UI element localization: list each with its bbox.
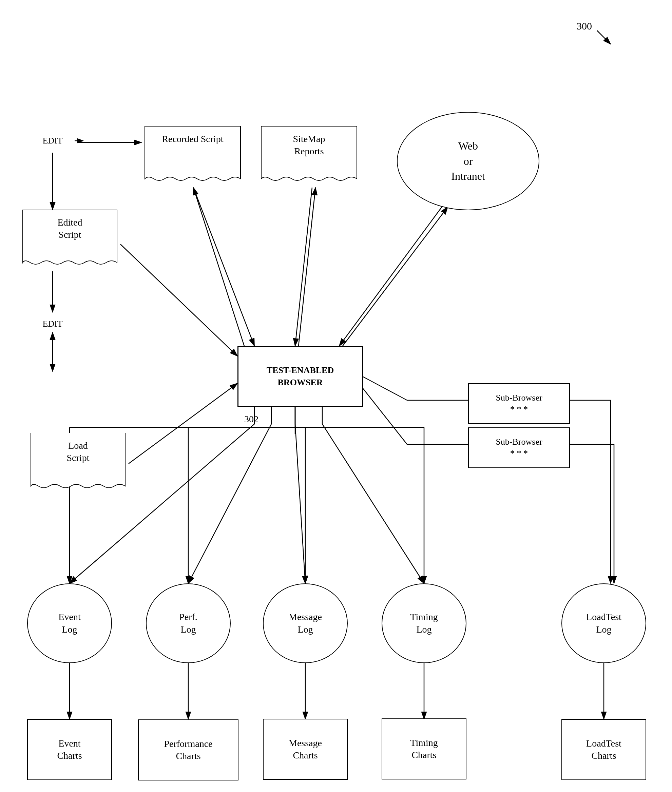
svg-line-27	[295, 424, 305, 583]
perf-log-label: Perf.Log	[179, 611, 197, 636]
svg-line-42	[597, 30, 611, 44]
load-script-node: LoadScript	[27, 433, 128, 495]
event-log-node: EventLog	[27, 583, 112, 663]
ref-300: 302 300	[577, 20, 592, 32]
timing-charts-label: TimingCharts	[410, 737, 438, 762]
message-charts-label: MessageCharts	[289, 737, 322, 762]
loadtest-log-label: LoadTestLog	[586, 611, 621, 636]
svg-line-10	[295, 187, 312, 346]
svg-line-11	[299, 187, 315, 346]
test-enabled-browser-node: TEST-ENABLEDBROWSER	[237, 346, 363, 407]
sitemap-reports-label: SiteMapReports	[258, 133, 360, 158]
performance-charts-node: PerformanceCharts	[138, 719, 238, 781]
message-log-label: MessageLog	[289, 611, 322, 636]
test-enabled-browser-label: TEST-ENABLEDBROWSER	[267, 364, 334, 389]
web-intranet-node: WeborIntranet	[397, 112, 539, 210]
svg-line-9	[194, 187, 244, 346]
svg-line-12	[339, 203, 445, 346]
loadtest-charts-node: LoadTestCharts	[562, 719, 646, 780]
web-intranet-label: WeborIntranet	[451, 138, 485, 184]
loadtest-charts-label: LoadTestCharts	[586, 738, 621, 762]
loadtest-log-node: LoadTestLog	[562, 583, 646, 663]
recorded-script-node: Recorded Script	[141, 126, 244, 187]
recorded-script-label: Recorded Script	[141, 133, 244, 145]
edited-script-node: EditedScript	[19, 210, 120, 271]
sub-browser-1-node: Sub-Browser* * *	[468, 383, 570, 424]
timing-charts-node: TimingCharts	[382, 718, 466, 779]
sitemap-reports-node: SiteMapReports	[258, 126, 360, 187]
svg-line-8	[194, 187, 254, 346]
sub-browser-2-label: Sub-Browser* * *	[496, 436, 542, 459]
svg-line-25	[188, 424, 271, 583]
message-charts-node: MessageCharts	[263, 719, 348, 780]
sub-browser-1-label: Sub-Browser* * *	[496, 392, 542, 415]
performance-charts-label: PerformanceCharts	[164, 738, 212, 763]
timing-log-node: TimingLog	[382, 583, 466, 663]
svg-line-13	[342, 207, 448, 346]
svg-line-7	[120, 244, 237, 356]
event-charts-node: EventCharts	[27, 719, 112, 780]
edit-label-bottom: EDIT	[30, 319, 75, 329]
svg-line-14	[356, 373, 407, 400]
event-log-label: EventLog	[58, 611, 80, 636]
sub-browser-2-node: Sub-Browser* * *	[468, 427, 570, 468]
perf-log-node: Perf.Log	[146, 583, 231, 663]
svg-line-6	[128, 383, 237, 464]
load-script-label: LoadScript	[27, 440, 128, 464]
edited-script-label: EditedScript	[19, 216, 120, 241]
event-charts-label: EventCharts	[57, 738, 82, 762]
svg-line-16	[356, 380, 407, 444]
message-log-node: MessageLog	[263, 583, 348, 663]
ref-302-label: 302	[244, 414, 259, 425]
edit-label-top: EDIT	[30, 136, 75, 146]
svg-line-29	[322, 424, 424, 583]
timing-log-label: TimingLog	[410, 611, 438, 636]
